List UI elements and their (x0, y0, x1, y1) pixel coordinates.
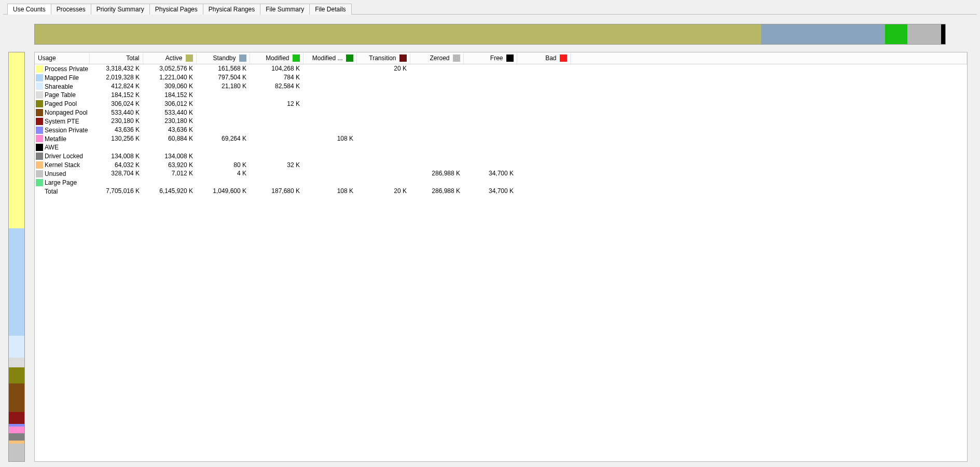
cell-modified (250, 117, 303, 126)
cell-modified_nw: 108 K (303, 134, 356, 143)
cell-bad (517, 82, 570, 91)
tab-file-summary[interactable]: File Summary (260, 4, 310, 15)
column-header-standby[interactable]: Standby (196, 52, 250, 64)
cell-modified_nw (303, 143, 356, 152)
cell-total: 2,019,328 K (89, 73, 143, 82)
column-swatch-icon (186, 54, 193, 62)
cell-transition: 20 K (356, 187, 410, 196)
table-row[interactable]: Paged Pool306,024 K306,012 K12 K (35, 99, 967, 108)
use-counts-table[interactable]: UsageTotalActiveStandbyModifiedModified … (35, 52, 967, 195)
cell-free (463, 90, 517, 99)
column-header-total[interactable]: Total (89, 52, 143, 64)
cell-transition (356, 73, 410, 82)
column-header-transition[interactable]: Transition (356, 52, 410, 64)
cell-standby (196, 108, 250, 117)
cell-active: 60,884 K (143, 134, 196, 143)
table-row[interactable]: Unused328,704 K7,012 K4 K286,988 K34,700… (35, 169, 967, 178)
usage-bar-segment (9, 444, 24, 461)
table-row[interactable]: Mapped File2,019,328 K1,221,040 K797,504… (35, 73, 967, 82)
tabs: Use CountsProcessesPriority SummaryPhysi… (7, 3, 977, 15)
cell-modified_nw (303, 108, 356, 117)
cell-standby: 21,180 K (196, 82, 250, 91)
cell-bad (517, 169, 570, 178)
table-row[interactable]: Nonpaged Pool533,440 K533,440 K (35, 108, 967, 117)
cell-total: 533,440 K (89, 108, 143, 117)
cell-free (463, 160, 517, 169)
table-row[interactable]: Driver Locked134,008 K134,008 K (35, 152, 967, 160)
table-row[interactable]: Session Private43,636 K43,636 K (35, 126, 967, 134)
column-header-usage[interactable]: Usage (35, 52, 89, 64)
usage-bar-segment (9, 383, 24, 412)
cell-modified (250, 143, 303, 152)
cell-total: 184,152 K (89, 90, 143, 99)
cell-free (463, 134, 517, 143)
cell-bad (517, 187, 570, 196)
column-swatch-icon (453, 54, 460, 62)
cell-standby: 797,504 K (196, 73, 250, 82)
column-header-active[interactable]: Active (143, 52, 196, 64)
cell-total: 130,256 K (89, 134, 143, 143)
tab-priority-summary[interactable]: Priority Summary (91, 4, 150, 15)
column-header-modified_nw[interactable]: Modified ... (303, 52, 356, 64)
cell-modified_nw (303, 82, 356, 91)
tab-physical-ranges[interactable]: Physical Ranges (203, 4, 260, 15)
cell-total: 230,180 K (89, 117, 143, 126)
cell-free (463, 73, 517, 82)
usage-label: Page Table (45, 91, 76, 99)
column-header-modified[interactable]: Modified (250, 52, 303, 64)
cell-zeroed: 286,988 K (410, 169, 463, 178)
column-header-label: Usage (38, 54, 56, 62)
cell-standby: 80 K (196, 160, 250, 169)
cell-transition (356, 90, 410, 99)
state-bar-segment (885, 24, 907, 44)
cell-modified (250, 169, 303, 178)
cell-standby (196, 143, 250, 152)
cell-transition (356, 178, 410, 187)
cell-active: 184,152 K (143, 90, 196, 99)
usage-bar-segment (9, 336, 24, 358)
usage-label: Total (45, 187, 58, 195)
cell-active (143, 143, 196, 152)
table-row[interactable]: Process Private3,318,432 K3,052,576 K161… (35, 64, 967, 73)
cell-transition (356, 117, 410, 126)
tab-physical-pages[interactable]: Physical Pages (149, 4, 203, 15)
cell-modified (250, 178, 303, 187)
cell-standby (196, 126, 250, 134)
cell-free (463, 108, 517, 117)
total-row[interactable]: Total7,705,016 K6,145,920 K1,049,600 K18… (35, 187, 967, 196)
cell-free (463, 99, 517, 108)
cell-zeroed (410, 178, 463, 187)
cell-transition (356, 160, 410, 169)
usage-bar-segment (9, 52, 24, 228)
cell-free: 34,700 K (463, 187, 517, 196)
table-row[interactable]: Page Table184,152 K184,152 K (35, 90, 967, 99)
column-header-zeroed[interactable]: Zeroed (410, 52, 463, 64)
cell-standby: 4 K (196, 169, 250, 178)
tab-use-counts[interactable]: Use Counts (7, 4, 51, 15)
column-swatch-icon (346, 54, 353, 62)
column-swatch-icon (399, 54, 407, 62)
table-row[interactable]: Large Page (35, 178, 967, 187)
cell-modified_nw (303, 160, 356, 169)
column-swatch-icon (239, 54, 246, 62)
state-bar-segment (761, 24, 885, 44)
table-row[interactable]: Metafile130,256 K60,884 K69,264 K108 K (35, 134, 967, 143)
cell-zeroed (410, 108, 463, 117)
tab-file-details[interactable]: File Details (309, 4, 351, 15)
column-header-free[interactable]: Free (463, 52, 517, 64)
cell-bad (517, 143, 570, 152)
cell-modified_nw (303, 64, 356, 73)
tab-processes[interactable]: Processes (51, 4, 91, 15)
table-row[interactable]: AWE (35, 143, 967, 152)
cell-modified: 82,584 K (250, 82, 303, 91)
cell-modified_nw (303, 178, 356, 187)
cell-bad (517, 117, 570, 126)
table-row[interactable]: Kernel Stack64,032 K63,920 K80 K32 K (35, 160, 967, 169)
cell-transition: 20 K (356, 64, 410, 73)
table-row[interactable]: System PTE230,180 K230,180 K (35, 117, 967, 126)
table-row[interactable]: Shareable412,824 K309,060 K21,180 K82,58… (35, 82, 967, 91)
cell-bad (517, 73, 570, 82)
cell-bad (517, 152, 570, 160)
column-header-bad[interactable]: Bad (517, 52, 570, 64)
cell-modified (250, 90, 303, 99)
